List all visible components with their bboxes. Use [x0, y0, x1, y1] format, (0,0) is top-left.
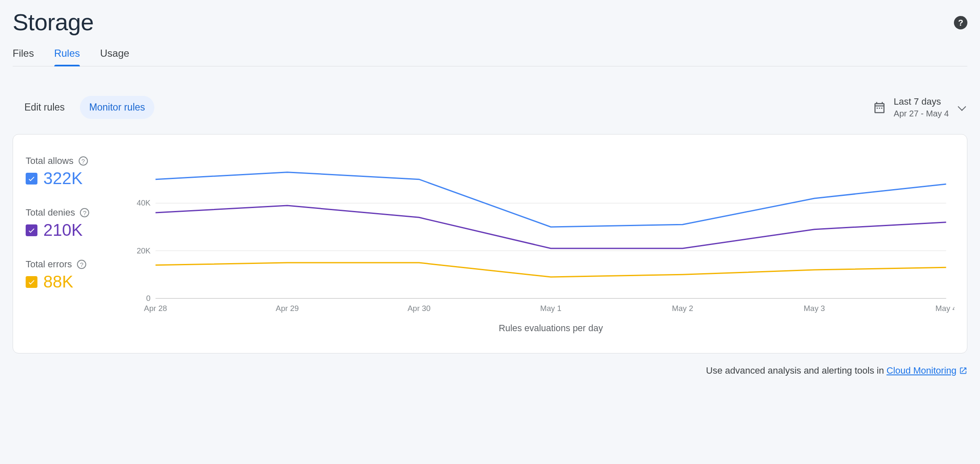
date-range-picker[interactable]: Last 7 days Apr 27 - May 4: [873, 96, 965, 119]
check-icon: [27, 278, 36, 286]
svg-text:May 1: May 1: [540, 304, 562, 313]
footer-note: Use advanced analysis and alerting tools…: [13, 365, 967, 376]
svg-text:Apr 28: Apr 28: [144, 304, 167, 313]
subtab-monitor-rules[interactable]: Monitor rules: [80, 96, 154, 119]
cloud-monitoring-link[interactable]: Cloud Monitoring: [887, 365, 967, 376]
tab-rules[interactable]: Rules: [54, 47, 80, 66]
page-title: Storage: [13, 8, 94, 36]
check-icon: [27, 226, 36, 235]
svg-text:Rules evaluations per day: Rules evaluations per day: [499, 323, 603, 333]
legend-label-errors: Total errors: [26, 259, 72, 270]
svg-text:Apr 30: Apr 30: [408, 304, 431, 313]
rules-subtabs: Edit rules Monitor rules: [15, 96, 154, 119]
tab-usage[interactable]: Usage: [100, 47, 129, 66]
footer-link-text: Cloud Monitoring: [887, 365, 956, 376]
legend-label-denies: Total denies: [26, 207, 75, 218]
svg-text:May 4: May 4: [935, 304, 954, 313]
help-icon[interactable]: ?: [954, 16, 967, 29]
svg-text:May 3: May 3: [804, 304, 825, 313]
legend-toggle-allows[interactable]: [26, 173, 37, 185]
help-icon[interactable]: ?: [79, 156, 88, 166]
calendar-icon: [873, 101, 886, 114]
svg-text:Apr 29: Apr 29: [276, 304, 299, 313]
chart-legend: Total allows ? 322K Total denies ?: [26, 151, 131, 336]
subtab-edit-rules[interactable]: Edit rules: [15, 96, 74, 119]
legend-label-allows: Total allows: [26, 156, 74, 166]
legend-toggle-errors[interactable]: [26, 276, 37, 288]
chart-plot: 020K40KApr 28Apr 29Apr 30May 1May 2May 3…: [131, 151, 954, 336]
legend-value-allows: 322K: [43, 169, 82, 188]
legend-item-denies: Total denies ? 210K: [26, 207, 131, 240]
legend-item-errors: Total errors ? 88K: [26, 259, 131, 291]
help-icon[interactable]: ?: [77, 260, 86, 269]
svg-text:May 2: May 2: [672, 304, 694, 313]
legend-value-errors: 88K: [43, 272, 73, 291]
chart-card: Total allows ? 322K Total denies ?: [13, 134, 967, 353]
chevron-down-icon: [958, 103, 966, 111]
external-link-icon: [959, 366, 967, 375]
svg-text:40K: 40K: [137, 198, 151, 207]
date-range-label: Last 7 days: [894, 96, 949, 108]
date-range-value: Apr 27 - May 4: [894, 108, 949, 119]
footer-text: Use advanced analysis and alerting tools…: [706, 365, 884, 376]
legend-item-allows: Total allows ? 322K: [26, 156, 131, 188]
svg-text:20K: 20K: [137, 246, 151, 255]
legend-value-denies: 210K: [43, 221, 82, 240]
help-icon[interactable]: ?: [80, 208, 89, 217]
check-icon: [27, 174, 36, 183]
svg-text:0: 0: [146, 294, 151, 303]
main-tabs: Files Rules Usage: [13, 47, 967, 66]
legend-toggle-denies[interactable]: [26, 224, 37, 236]
tab-files[interactable]: Files: [13, 47, 34, 66]
